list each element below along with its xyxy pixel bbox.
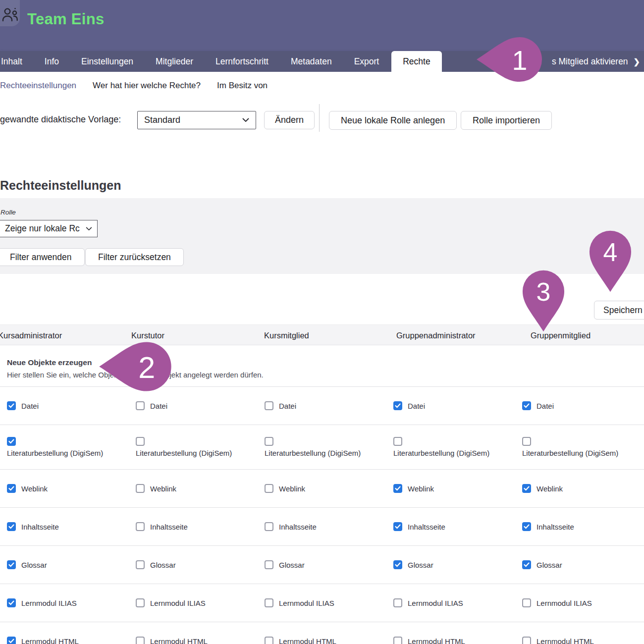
column-header-kurstutor: Kurstutor xyxy=(131,325,164,346)
permission-label: Literaturbestellung (DigiSem) xyxy=(265,449,361,457)
tab-mitglieder[interactable]: Mitglieder xyxy=(156,56,193,67)
subtab-rechteeinstellungen[interactable]: Rechteeinstellungen xyxy=(0,81,76,91)
permission-label: Glossar xyxy=(279,561,305,569)
unchecked-checkbox[interactable] xyxy=(136,598,145,607)
unchecked-checkbox[interactable] xyxy=(393,637,402,644)
checked-checkbox[interactable] xyxy=(7,637,16,644)
unchecked-checkbox[interactable] xyxy=(522,598,531,607)
role-filter-label: Rolle xyxy=(0,209,16,216)
unchecked-checkbox[interactable] xyxy=(522,437,531,446)
unchecked-checkbox[interactable] xyxy=(136,401,145,410)
permission-label: Lernmodul HTML xyxy=(21,637,79,644)
permission-label: Literaturbestellung (DigiSem) xyxy=(393,449,489,457)
permission-cell: Literaturbestellung (DigiSem) xyxy=(390,437,522,457)
unchecked-checkbox[interactable] xyxy=(393,598,402,607)
permission-cell: Weblink xyxy=(393,484,522,493)
permission-cell: Lernmodul ILIAS xyxy=(522,598,644,607)
didactic-template-select[interactable]: Standard xyxy=(137,111,256,129)
permission-label: Weblink xyxy=(537,484,563,493)
checked-checkbox[interactable] xyxy=(7,522,16,531)
unchecked-checkbox[interactable] xyxy=(265,484,273,493)
unchecked-checkbox[interactable] xyxy=(265,522,273,531)
permission-cell: Literaturbestellung (DigiSem) xyxy=(261,437,393,457)
checked-checkbox[interactable] xyxy=(393,401,402,410)
unchecked-checkbox[interactable] xyxy=(136,637,145,644)
permission-cell: Weblink xyxy=(265,484,393,493)
permission-label: Weblink xyxy=(408,484,434,493)
unchecked-checkbox[interactable] xyxy=(136,560,145,569)
column-header-gruppenadministrator: Gruppenadministrator xyxy=(396,325,476,346)
member-activate-action[interactable]: s Mitglied aktivieren ❯ xyxy=(552,51,640,72)
create-objects-section: Neue Objekte erzeugen Hier stellen Sie e… xyxy=(0,345,644,387)
permission-label: Datei xyxy=(279,402,296,410)
header-bar: Team Eins xyxy=(0,0,644,51)
checked-checkbox[interactable] xyxy=(522,484,531,493)
permission-label: Weblink xyxy=(279,484,305,493)
new-local-role-button[interactable]: Neue lokale Rolle anlegen xyxy=(329,111,457,130)
permission-label: Lernmodul ILIAS xyxy=(537,599,592,607)
checked-checkbox[interactable] xyxy=(522,522,531,531)
permission-cell: Glossar xyxy=(7,560,136,569)
change-template-button[interactable]: Ändern xyxy=(264,111,315,129)
unchecked-checkbox[interactable] xyxy=(265,637,273,644)
permission-cell: Inhaltsseite xyxy=(522,522,644,531)
filter-reset-button[interactable]: Filter zurücksetzen xyxy=(85,248,184,266)
column-header-kursadministrator: Kursadministrator xyxy=(0,325,62,346)
permission-cell: Literaturbestellung (DigiSem) xyxy=(132,437,265,457)
permission-label: Glossar xyxy=(21,561,47,569)
checked-checkbox[interactable] xyxy=(393,522,402,531)
toolbar-divider xyxy=(319,104,320,132)
checked-checkbox[interactable] xyxy=(7,437,16,446)
permission-label: Lernmodul ILIAS xyxy=(150,599,206,607)
permission-label: Lernmodul ILIAS xyxy=(408,599,463,607)
unchecked-checkbox[interactable] xyxy=(265,598,273,607)
permission-cell: Glossar xyxy=(136,560,265,569)
unchecked-checkbox[interactable] xyxy=(265,401,273,410)
permission-row-datei: DateiDateiDateiDateiDatei xyxy=(0,387,644,425)
checked-checkbox[interactable] xyxy=(7,598,16,607)
unchecked-checkbox[interactable] xyxy=(393,437,402,446)
permission-cell: Inhaltsseite xyxy=(265,522,393,531)
permission-label: Lernmodul HTML xyxy=(279,637,336,644)
create-objects-title: Neue Objekte erzeugen xyxy=(7,358,644,367)
import-role-button[interactable]: Rolle importieren xyxy=(461,111,552,130)
checked-checkbox[interactable] xyxy=(7,484,16,493)
permission-cell: Datei xyxy=(136,401,265,410)
unchecked-checkbox[interactable] xyxy=(265,560,273,569)
permission-row-literaturbestellung-digisem: Literaturbestellung (DigiSem)Literaturbe… xyxy=(0,425,644,470)
checked-checkbox[interactable] xyxy=(522,560,531,569)
permission-row-glossar: GlossarGlossarGlossarGlossarGlossar xyxy=(0,546,644,584)
tab-lernfortschritt[interactable]: Lernfortschritt xyxy=(215,56,268,67)
unchecked-checkbox[interactable] xyxy=(136,437,145,446)
primary-tabs: InhaltInfoEinstellungenMitgliederLernfor… xyxy=(1,51,442,72)
tab-export[interactable]: Export xyxy=(354,56,379,67)
filter-apply-button[interactable]: Filter anwenden xyxy=(0,248,85,266)
checked-checkbox[interactable] xyxy=(7,401,16,410)
subtab-wer-hat-hier-welche-rechte[interactable]: Wer hat hier welche Rechte? xyxy=(93,81,201,91)
tab-inhalt[interactable]: Inhalt xyxy=(1,56,22,67)
permission-row-weblink: WeblinkWeblinkWeblinkWeblinkWeblink xyxy=(0,470,644,508)
tab-einstellungen[interactable]: Einstellungen xyxy=(81,56,133,67)
permission-row-lernmodul-html: Lernmodul HTMLLernmodul HTMLLernmodul HT… xyxy=(0,622,644,644)
checked-checkbox[interactable] xyxy=(522,401,531,410)
unchecked-checkbox[interactable] xyxy=(136,484,145,493)
role-filter-select[interactable]: Zeige nur lokale Rc xyxy=(0,220,98,237)
tab-info[interactable]: Info xyxy=(45,56,59,67)
checked-checkbox[interactable] xyxy=(393,484,402,493)
chevron-down-icon xyxy=(86,227,92,231)
subtab-im-besitz-von[interactable]: Im Besitz von xyxy=(217,81,268,91)
permission-label: Inhaltsseite xyxy=(21,523,59,531)
unchecked-checkbox[interactable] xyxy=(136,522,145,531)
checked-checkbox[interactable] xyxy=(393,560,402,569)
filter-panel: Rolle Zeige nur lokale Rc Filter anwende… xyxy=(0,198,644,274)
save-button[interactable]: Speichern xyxy=(594,301,644,320)
unchecked-checkbox[interactable] xyxy=(522,637,531,644)
column-header-kursmitglied: Kursmitglied xyxy=(264,325,309,346)
tab-metadaten[interactable]: Metadaten xyxy=(291,56,332,67)
checked-checkbox[interactable] xyxy=(7,560,16,569)
tab-rechte[interactable]: Rechte xyxy=(391,51,441,72)
page-title: Team Eins xyxy=(27,10,104,28)
primary-tabbar: InhaltInfoEinstellungenMitgliederLernfor… xyxy=(0,51,644,72)
permission-cell: Lernmodul ILIAS xyxy=(265,598,393,607)
unchecked-checkbox[interactable] xyxy=(265,437,273,446)
